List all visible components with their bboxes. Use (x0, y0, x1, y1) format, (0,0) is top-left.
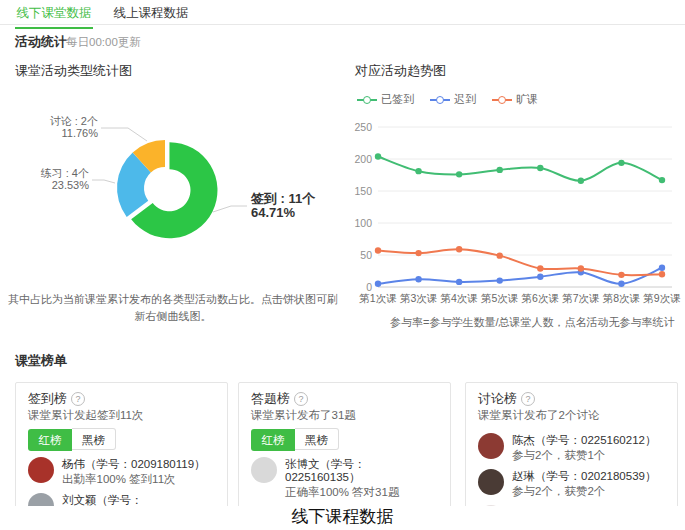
help-icon[interactable]: ? (294, 392, 308, 406)
legend-label: 已签到 (381, 92, 414, 107)
legend-symbol (430, 99, 450, 101)
student-name: 陈杰（学号：0225160212） (512, 434, 656, 447)
data-point-旷课[interactable] (375, 247, 381, 253)
x-axis-tick: 第7次课 (562, 292, 599, 304)
student-stats: 出勤率100% 签到11次 (62, 473, 206, 486)
data-point-旷课[interactable] (578, 265, 584, 271)
legend-circle-icon (498, 96, 506, 104)
trend-chart-legend: 已签到迟到旷课 (357, 92, 538, 107)
data-point-已签到[interactable] (659, 177, 665, 183)
data-point-已签到[interactable] (578, 178, 584, 184)
figure-caption: 线下课程数据 (0, 506, 685, 530)
card-quiz-ranking: 答题榜? 课堂累计发布了31题 红榜黑榜 张博文（学号：0225160135） … (238, 382, 451, 510)
data-point-迟到[interactable] (456, 279, 462, 285)
card-quiz-title: 答题榜? (251, 391, 438, 407)
data-point-迟到[interactable] (415, 276, 421, 282)
y-axis-tick: 150 (354, 185, 372, 197)
series-line-已签到 (378, 156, 662, 180)
ranking-cards: 签到榜? 课堂累计发起签到11次 红榜黑榜 杨伟（学号：0209180119） … (0, 380, 685, 510)
legend-item-迟到[interactable]: 迟到 (430, 92, 476, 107)
data-point-已签到[interactable] (618, 160, 624, 166)
tab-black-board[interactable]: 黑榜 (295, 428, 339, 450)
trend-footnote: 参与率=参与学生数量/总课堂人数，点名活动无参与率统计 (390, 315, 674, 330)
pie-label-line (92, 180, 115, 183)
avatar (478, 469, 504, 495)
activity-stats-title: 活动统计 (15, 33, 67, 51)
legend-label: 迟到 (454, 92, 476, 107)
student-id: （学号：0209180119） (85, 458, 206, 470)
data-point-旷课[interactable] (456, 246, 462, 252)
data-point-旷课[interactable] (618, 272, 624, 278)
activity-trend-chart: 050100150200250第1次课第3次课第4次课第5次课第6次课第7次课第… (345, 108, 685, 310)
pie-panel-title: 课堂活动类型统计图 (15, 62, 132, 80)
data-point-迟到[interactable] (537, 274, 543, 280)
legend-item-已签到[interactable]: 已签到 (357, 92, 414, 107)
x-axis-tick: 第8次课 (603, 292, 640, 304)
data-point-迟到[interactable] (618, 281, 624, 287)
card-discussion-title: 讨论榜? (478, 391, 665, 407)
name-text: 刘文颖 (62, 494, 97, 506)
pie-label: 练习 : 4个 (41, 167, 89, 179)
card-checkin-title: 签到榜? (28, 391, 215, 407)
pie-label-line (101, 128, 147, 141)
x-axis-tick: 第5次课 (481, 292, 518, 304)
data-point-已签到[interactable] (497, 167, 503, 173)
tab-online-course-data[interactable]: 线上课程数据 (112, 5, 190, 22)
legend-symbol (357, 99, 377, 101)
tab-red-board[interactable]: 红榜 (251, 429, 295, 451)
page: 线下课堂数据 线上课程数据 活动统计 每日00:00更新 课堂活动类型统计图 对… (0, 0, 685, 530)
student-row: 张博文（学号：0225160135） 正确率100% 答对31题 (251, 457, 438, 499)
student-name: 张博文（学号：0225160135） (285, 458, 438, 484)
checkin-board-tabs: 红榜黑榜 (28, 428, 215, 450)
data-point-迟到[interactable] (375, 281, 381, 287)
card-discussion-ranking: 讨论榜? 课堂累计发布了2个讨论 陈杰（学号：0225160212） 参与2个，… (465, 382, 678, 510)
data-point-迟到[interactable] (659, 265, 665, 271)
x-axis-tick: 第4次课 (440, 292, 477, 304)
legend-label: 旷课 (516, 92, 538, 107)
avatar (28, 457, 54, 483)
ranking-section-title: 课堂榜单 (15, 352, 67, 370)
tab-black-board[interactable]: 黑榜 (72, 428, 116, 450)
data-point-迟到[interactable] (497, 277, 503, 283)
data-point-已签到[interactable] (537, 165, 543, 171)
name-text: 杨伟 (62, 458, 85, 470)
pie-percent: 23.53% (52, 179, 90, 191)
pie-percent: 64.71% (251, 205, 296, 220)
legend-item-旷课[interactable]: 旷课 (492, 92, 538, 107)
activity-stats-update-note: 每日00:00更新 (66, 35, 141, 50)
avatar (478, 433, 504, 459)
data-point-已签到[interactable] (415, 168, 421, 174)
card-quiz-subtitle: 课堂累计发布了31题 (251, 408, 438, 422)
activity-type-pie-chart[interactable]: 签到 : 11个64.71%练习 : 4个23.53%讨论 : 2个11.76% (0, 85, 340, 291)
student-name: 杨伟（学号：0209180119） (62, 458, 206, 471)
data-point-旷课[interactable] (537, 265, 543, 271)
pie-label: 讨论 : 2个 (50, 115, 98, 127)
data-point-旷课[interactable] (497, 252, 503, 258)
x-axis-tick: 第6次课 (522, 292, 559, 304)
student-stats: 正确率100% 答对31题 (285, 486, 438, 499)
data-point-旷课[interactable] (415, 250, 421, 256)
student-row: 杨伟（学号：0209180119） 出勤率100% 签到11次 (28, 457, 215, 486)
x-axis-tick: 第9次课 (643, 292, 680, 304)
name-text: 陈杰 (512, 434, 535, 446)
student-id: （学号：0202180539） (535, 470, 656, 482)
avatar (251, 457, 277, 483)
student-stats: 参与2个，获赞2个 (512, 485, 656, 498)
tab-bar: 线下课堂数据 线上课程数据 (0, 0, 685, 25)
x-axis-tick: 第3次课 (400, 292, 437, 304)
tab-offline-class-data[interactable]: 线下课堂数据 (15, 5, 93, 22)
student-row: 陈杰（学号：0225160212） 参与2个，获赞1个 (478, 433, 665, 462)
data-point-已签到[interactable] (375, 153, 381, 159)
y-axis-tick: 250 (354, 121, 372, 133)
help-icon[interactable]: ? (521, 392, 535, 406)
data-point-已签到[interactable] (456, 171, 462, 177)
help-icon[interactable]: ? (71, 392, 85, 406)
pie-footnote: 其中占比为当前课堂累计发布的各类型活动数占比。点击饼状图可刷新右侧曲线图。 (8, 291, 338, 325)
data-point-旷课[interactable] (659, 271, 665, 277)
card-title-text: 讨论榜 (478, 391, 517, 406)
student-row: 赵琳（学号：0202180539） 参与2个，获赞2个 (478, 469, 665, 498)
tab-red-board[interactable]: 红榜 (28, 429, 72, 451)
pie-label-line (213, 206, 247, 212)
y-axis-tick: 200 (354, 153, 372, 165)
card-title-text: 签到榜 (28, 391, 67, 406)
